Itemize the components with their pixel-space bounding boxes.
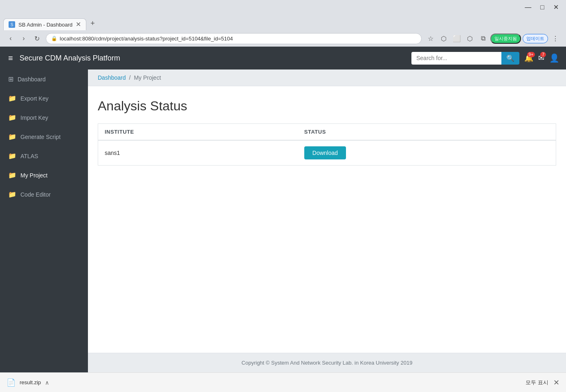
download-chevron-icon[interactable]: ∧ (45, 379, 49, 386)
page-content: Analysis Status INSTITUTE STATUS sans1 D… (88, 86, 566, 353)
sidebar-item-my-project[interactable]: 📁 My Project (0, 166, 88, 185)
table-header: INSTITUTE STATUS (98, 124, 556, 141)
sidebar-label-generate-script: Generate Script (20, 134, 61, 140)
institute-cell: sans1 (98, 140, 298, 166)
korean-pause-button[interactable]: 일시중지됨 (490, 34, 521, 44)
forward-button[interactable]: › (18, 33, 29, 44)
table-header-row: INSTITUTE STATUS (98, 124, 556, 141)
institute-column-header: INSTITUTE (98, 124, 298, 141)
search-container: 🔍 (411, 52, 519, 65)
sidebar-label-dashboard: Dashboard (18, 76, 46, 83)
search-button[interactable]: 🔍 (501, 52, 519, 65)
sidebar-item-export-key[interactable]: 📁 Export Key (0, 89, 88, 108)
content-wrapper: ⊞ Dashboard 📁 Export Key 📁 Import Key 📁 … (0, 69, 566, 372)
top-nav-right: 🔍 🔔 9+ ✉ 7 👤 (411, 52, 559, 65)
main-content: Dashboard / My Project Analysis Status I… (88, 69, 566, 372)
brand-name: Secure CDM Analysis Platform (20, 54, 120, 63)
message-badge: 7 (540, 52, 546, 57)
breadcrumb-separator: / (129, 74, 131, 81)
download-item: 📄 result.zip ∧ (7, 378, 49, 387)
notification-badge: 9+ (527, 52, 535, 57)
address-bar: ‹ › ↻ 🔒 localhost:8080/cdm/project/analy… (0, 30, 566, 47)
extensions-button[interactable]: ⧉ (477, 33, 489, 44)
tab-title: SB Admin - Dashboard (18, 22, 72, 28)
star-button[interactable]: ☆ (425, 33, 436, 44)
url-bar[interactable]: 🔒 localhost:8080/cdm/project/analysis-st… (46, 33, 422, 44)
copyright-text: Copyright © System And Network Security … (242, 360, 413, 366)
my-project-icon: 📁 (8, 171, 16, 179)
breadcrumb: Dashboard / My Project (98, 74, 556, 81)
sidebar-label-code-editor: Code Editor (20, 191, 51, 198)
menu-button[interactable]: ⋮ (550, 33, 561, 44)
footer: Copyright © System And Network Security … (88, 353, 566, 372)
avatar-button[interactable]: 👤 (549, 53, 559, 63)
sidebar-item-atlas[interactable]: 📁 ATLAS (0, 146, 88, 166)
lock-icon: 🔒 (51, 36, 57, 41)
url-text: localhost:8080/cdm/project/analysis-stat… (60, 36, 416, 42)
refresh-button[interactable]: ↻ (31, 33, 43, 44)
search-input[interactable] (411, 52, 501, 65)
table-body: sans1 Download (98, 140, 556, 166)
close-download-bar-button[interactable]: ✕ (553, 378, 559, 387)
breadcrumb-home-link[interactable]: Dashboard (98, 74, 126, 81)
import-key-icon: 📁 (8, 114, 16, 121)
breadcrumb-current: My Project (134, 74, 161, 81)
breadcrumb-bar: Dashboard / My Project (88, 69, 566, 86)
maximize-button[interactable]: □ (536, 2, 548, 13)
message-button[interactable]: ✉ 7 (538, 54, 544, 63)
extension1-button[interactable]: ⬜ (451, 33, 463, 44)
status-column-header: STATUS (298, 124, 556, 141)
new-tab-button[interactable]: + (86, 17, 99, 30)
tab-close-button[interactable]: ✕ (76, 21, 81, 28)
analysis-status-table: INSTITUTE STATUS sans1 Download (98, 123, 556, 166)
dashboard-icon: ⊞ (8, 75, 13, 83)
table-row: sans1 Download (98, 140, 556, 166)
code-editor-icon: 📁 (8, 190, 16, 198)
top-nav-left: ≡ Secure CDM Analysis Platform (7, 52, 120, 65)
download-bar-actions: 모두 표시 ✕ (526, 378, 559, 387)
status-cell: Download (298, 140, 556, 166)
window-title-bar: — □ ✕ (0, 0, 566, 14)
sidebar-label-atlas: ATLAS (20, 153, 38, 159)
tab-bar: S SB Admin - Dashboard ✕ + (0, 14, 566, 30)
sidebar: ⊞ Dashboard 📁 Export Key 📁 Import Key 📁 … (0, 69, 88, 372)
download-file-icon: 📄 (7, 378, 16, 387)
notification-button[interactable]: 🔔 9+ (524, 54, 533, 63)
update-button[interactable]: 업데이트 (523, 34, 548, 43)
browser-actions: ☆ ⬡ ⬜ ⬡ ⧉ 일시중지됨 업데이트 ⋮ (425, 33, 561, 44)
page-title: Analysis Status (98, 99, 556, 114)
back-button[interactable]: ‹ (5, 33, 16, 44)
screenshot-button[interactable]: ⬡ (438, 33, 449, 44)
nav-buttons: ‹ › ↻ (5, 33, 43, 44)
download-file-name: result.zip (20, 379, 41, 385)
extension2-button[interactable]: ⬡ (464, 33, 476, 44)
browser-chrome: — □ ✕ S SB Admin - Dashboard ✕ + ‹ › ↻ 🔒… (0, 0, 566, 47)
sidebar-label-import-key: Import Key (20, 114, 48, 121)
sidebar-item-code-editor[interactable]: 📁 Code Editor (0, 185, 88, 204)
generate-script-icon: 📁 (8, 133, 16, 141)
sidebar-item-dashboard[interactable]: ⊞ Dashboard (0, 69, 88, 89)
sidebar-label-export-key: Export Key (20, 95, 48, 102)
download-button[interactable]: Download (304, 146, 346, 159)
download-bar: 📄 result.zip ∧ 모두 표시 ✕ (0, 372, 566, 392)
sidebar-label-my-project: My Project (20, 172, 47, 179)
hamburger-button[interactable]: ≡ (7, 52, 15, 65)
sidebar-item-generate-script[interactable]: 📁 Generate Script (0, 127, 88, 146)
atlas-icon: 📁 (8, 152, 16, 160)
show-all-button[interactable]: 모두 표시 (526, 379, 548, 386)
tab-favicon: S (9, 21, 15, 28)
minimize-button[interactable]: — (521, 2, 535, 13)
window-controls: — □ ✕ (521, 2, 563, 13)
export-key-icon: 📁 (8, 94, 16, 102)
top-nav: ≡ Secure CDM Analysis Platform 🔍 🔔 9+ ✉ … (0, 47, 566, 69)
active-tab[interactable]: S SB Admin - Dashboard ✕ (3, 18, 86, 30)
sidebar-item-import-key[interactable]: 📁 Import Key (0, 108, 88, 127)
close-window-button[interactable]: ✕ (549, 2, 563, 13)
